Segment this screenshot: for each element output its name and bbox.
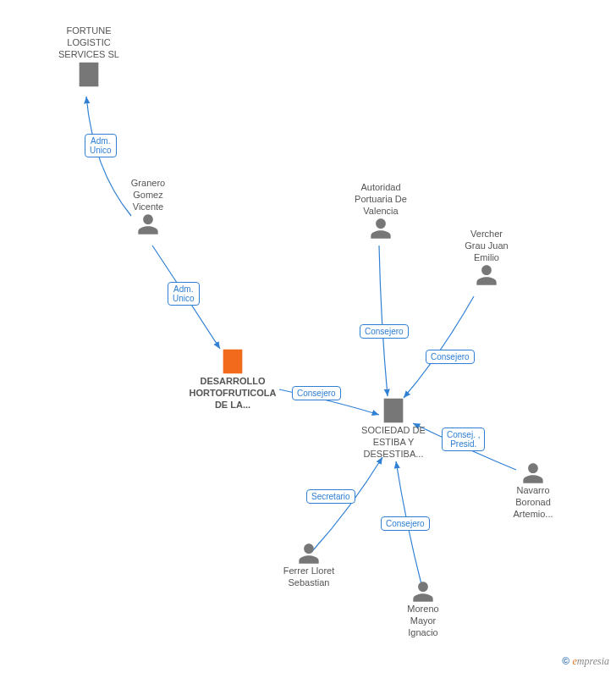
brand-rest: mpresia	[577, 655, 609, 667]
edge-label-granero-fortune: Adm.Unico	[85, 134, 117, 157]
building-icon	[182, 347, 283, 376]
person-icon	[398, 580, 448, 604]
copyright-symbol: ©	[562, 655, 569, 667]
person-icon	[118, 212, 178, 236]
node-label: GraneroGomezVicente	[118, 178, 178, 212]
node-fortune[interactable]: FORTUNELOGISTICSERVICES SL	[51, 25, 127, 89]
footer-brand: © empresia	[562, 655, 609, 668]
node-sociedad[interactable]: SOCIEDAD DEESTIBA YDESESTIBA...	[360, 396, 427, 460]
building-icon	[360, 396, 427, 425]
edge-label-desarrollo-sociedad: Consejero	[292, 386, 341, 400]
person-icon	[503, 461, 563, 485]
edge-label-moreno-sociedad: Consejero	[381, 516, 430, 531]
node-label: DESARROLLOHORTOFRUTICOLADE LA...	[182, 376, 283, 411]
person-icon	[457, 263, 516, 287]
node-vercher[interactable]: VercherGrau JuanEmilio	[457, 229, 516, 287]
person-icon	[347, 217, 415, 240]
node-moreno[interactable]: MorenoMayorIgnacio	[398, 580, 448, 638]
node-label: SOCIEDAD DEESTIBA YDESESTIBA...	[360, 425, 427, 460]
edge-label-granero-desarrollo: Adm.Unico	[168, 282, 200, 306]
edge-label-autoridad-sociedad: Consejero	[360, 324, 409, 339]
node-granero[interactable]: GraneroGomezVicente	[118, 178, 178, 236]
building-icon	[51, 60, 127, 89]
edge-label-navarro-sociedad: Consej. ,Presid.	[442, 428, 485, 451]
node-label: FORTUNELOGISTICSERVICES SL	[51, 25, 127, 60]
node-autoridad[interactable]: AutoridadPortuaria DeValencia	[347, 182, 415, 240]
node-desarrollo[interactable]: DESARROLLOHORTOFRUTICOLADE LA...	[182, 347, 283, 411]
edge-label-ferrer-sociedad: Secretario	[306, 489, 355, 504]
person-icon	[275, 542, 343, 565]
node-label: NavarroBoronadArtemio...	[503, 485, 563, 520]
node-label: VercherGrau JuanEmilio	[457, 229, 516, 263]
node-label: MorenoMayorIgnacio	[398, 604, 448, 638]
node-label: Ferrer LloretSebastian	[275, 565, 343, 589]
node-navarro[interactable]: NavarroBoronadArtemio...	[503, 461, 563, 520]
node-label: AutoridadPortuaria DeValencia	[347, 182, 415, 217]
edge-label-vercher-sociedad: Consejero	[426, 350, 475, 364]
node-ferrer[interactable]: Ferrer LloretSebastian	[275, 542, 343, 589]
